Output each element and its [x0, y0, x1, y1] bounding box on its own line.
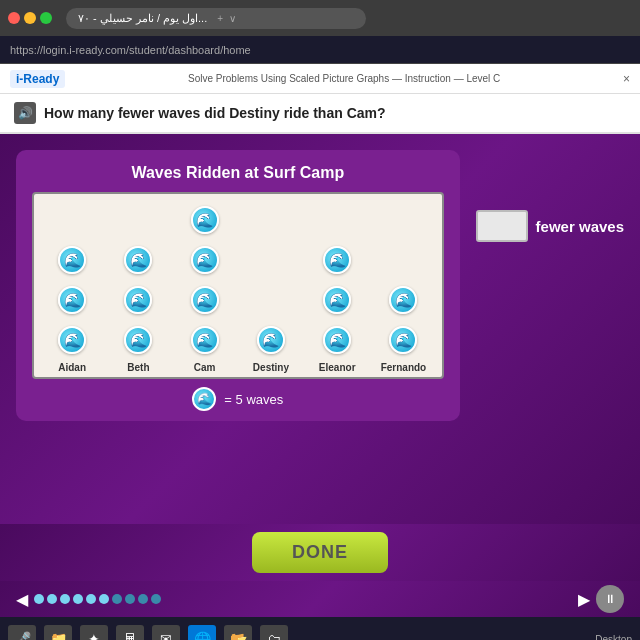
tab-chevron[interactable]: ∨ — [229, 13, 236, 24]
cell-eleanor-1 — [305, 322, 369, 358]
cell-destiny-3 — [239, 242, 303, 278]
taskbar-microphone-icon[interactable]: 🎤 — [8, 625, 36, 640]
taskbar-files-icon[interactable]: 📂 — [224, 625, 252, 640]
dot-6 — [99, 594, 109, 604]
wave-cam-4 — [191, 206, 219, 234]
cell-cam-2 — [173, 282, 237, 318]
question-text: How many fewer waves did Destiny ride th… — [44, 105, 386, 121]
wave-cam-1 — [191, 326, 219, 354]
dot-2 — [47, 594, 57, 604]
dot-1 — [34, 594, 44, 604]
dot-7 — [112, 594, 122, 604]
cell-cam-3 — [173, 242, 237, 278]
tab-add[interactable]: + — [217, 13, 223, 24]
wave-destiny-1 — [257, 326, 285, 354]
legend-label: = 5 waves — [224, 392, 283, 407]
answer-input[interactable] — [476, 210, 528, 242]
legend: = 5 waves — [32, 387, 444, 411]
nav-next-arrow[interactable]: ▶ — [578, 590, 590, 609]
cell-aidan-1 — [40, 322, 104, 358]
wave-eleanor-1 — [323, 326, 351, 354]
legend-icon — [192, 387, 216, 411]
taskbar-edge-icon[interactable]: 🌐 — [188, 625, 216, 640]
wave-cam-2 — [191, 286, 219, 314]
cell-aidan-3 — [40, 242, 104, 278]
pause-button[interactable]: ⏸ — [596, 585, 624, 613]
dot-3 — [60, 594, 70, 604]
label-fernando: Fernando — [371, 362, 435, 373]
cell-eleanor-3 — [305, 242, 369, 278]
iready-header: i-Ready Solve Problems Using Scaled Pict… — [0, 64, 640, 94]
cell-destiny-1 — [239, 322, 303, 358]
cell-cam-4 — [173, 202, 237, 238]
tab-label: اول يوم / نامر حسيلي - ٧٠... — [78, 12, 207, 25]
cell-beth-4 — [106, 202, 170, 238]
iready-close-button[interactable]: × — [623, 72, 630, 86]
question-bar: 🔊 How many fewer waves did Destiny ride … — [0, 94, 640, 134]
iready-logo: i-Ready — [10, 70, 65, 88]
chart-container: Waves Ridden at Surf Camp — [16, 150, 460, 421]
main-content: Waves Ridden at Surf Camp — [0, 134, 640, 524]
graph-row-1 — [40, 322, 436, 358]
desktop-label[interactable]: Desktop — [595, 634, 632, 641]
dot-5 — [86, 594, 96, 604]
answer-area: fewer waves — [476, 210, 624, 242]
graph-row-3 — [40, 242, 436, 278]
taskbar-mail-icon[interactable]: ✉ — [152, 625, 180, 640]
done-button[interactable]: DONE — [252, 532, 388, 573]
taskbar-star-icon[interactable]: ✦ — [80, 625, 108, 640]
graph-row-4 — [40, 202, 436, 238]
dot-10 — [151, 594, 161, 604]
taskbar-calc-icon[interactable]: 🖩 — [116, 625, 144, 640]
nav-prev-arrow[interactable]: ◀ — [16, 590, 28, 609]
chart-title: Waves Ridden at Surf Camp — [32, 164, 444, 182]
graph-row-2 — [40, 282, 436, 318]
wave-fernando-1 — [389, 326, 417, 354]
iready-instruction-title: Solve Problems Using Scaled Picture Grap… — [188, 73, 500, 84]
nav-bar: ◀ ▶ ⏸ — [0, 581, 640, 617]
cell-eleanor-4 — [305, 202, 369, 238]
cell-fernando-1 — [371, 322, 435, 358]
wave-aidan-1 — [58, 326, 86, 354]
cell-destiny-2 — [239, 282, 303, 318]
cell-beth-1 — [106, 322, 170, 358]
label-beth: Beth — [106, 362, 170, 373]
wave-fernando-2 — [389, 286, 417, 314]
cell-aidan-4 — [40, 202, 104, 238]
name-labels: Aidan Beth Cam Destiny Eleanor Fernando — [40, 362, 436, 373]
done-section: DONE — [0, 524, 640, 581]
graph-area: Aidan Beth Cam Destiny Eleanor Fernando — [32, 192, 444, 379]
cell-destiny-4 — [239, 202, 303, 238]
label-cam: Cam — [173, 362, 237, 373]
wave-cam-3 — [191, 246, 219, 274]
taskbar-folder-icon[interactable]: 📁 — [44, 625, 72, 640]
address-bar: https://login.i-ready.com/student/dashbo… — [0, 36, 640, 64]
wave-beth-2 — [124, 286, 152, 314]
label-destiny: Destiny — [239, 362, 303, 373]
label-aidan: Aidan — [40, 362, 104, 373]
answer-suffix-label: fewer waves — [536, 218, 624, 235]
label-eleanor: Eleanor — [305, 362, 369, 373]
cell-fernando-4 — [371, 202, 435, 238]
cell-fernando-3 — [371, 242, 435, 278]
wave-beth-1 — [124, 326, 152, 354]
cell-cam-1 — [173, 322, 237, 358]
dot-4 — [73, 594, 83, 604]
cell-eleanor-2 — [305, 282, 369, 318]
dot-8 — [125, 594, 135, 604]
progress-dots — [34, 594, 572, 604]
speaker-icon[interactable]: 🔊 — [14, 102, 36, 124]
wave-beth-3 — [124, 246, 152, 274]
wave-eleanor-2 — [323, 286, 351, 314]
url-text: https://login.i-ready.com/student/dashbo… — [10, 44, 251, 56]
dot-9 — [138, 594, 148, 604]
wave-aidan-2 — [58, 286, 86, 314]
browser-bar: اول يوم / نامر حسيلي - ٧٠... + ∨ — [0, 0, 640, 36]
wave-eleanor-3 — [323, 246, 351, 274]
taskbar: 🎤 📁 ✦ 🖩 ✉ 🌐 📂 🗂 Desktop — [0, 617, 640, 640]
cell-beth-2 — [106, 282, 170, 318]
taskbar-grid-icon[interactable]: 🗂 — [260, 625, 288, 640]
cell-aidan-2 — [40, 282, 104, 318]
cell-fernando-2 — [371, 282, 435, 318]
wave-aidan-3 — [58, 246, 86, 274]
